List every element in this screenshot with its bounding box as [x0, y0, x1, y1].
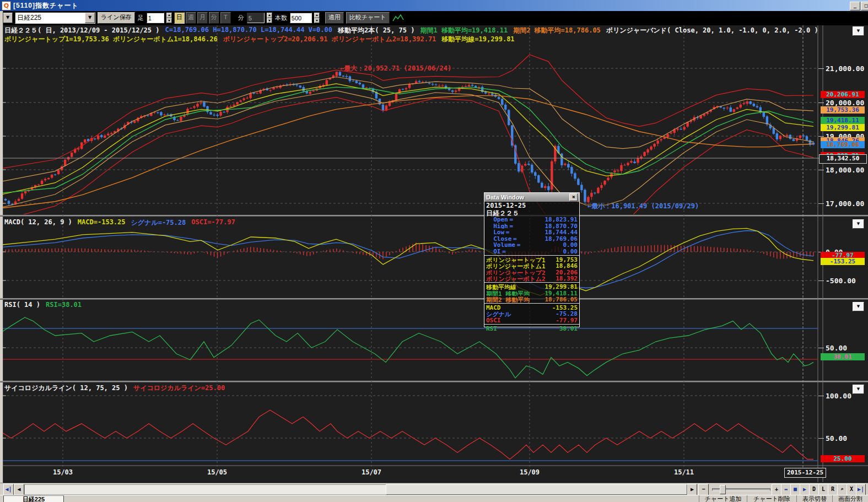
data-window-cell: =	[508, 223, 515, 229]
xaxis-label: 15/11	[674, 468, 694, 476]
data-window-cell: High	[486, 223, 508, 229]
data-window-cell: MACD	[486, 304, 501, 311]
data-window-cell: ボリンジャーボトム2	[486, 275, 546, 282]
header-segment: シグナル=-75.28	[131, 218, 186, 228]
data-window-cell: 18,744.44	[544, 229, 578, 235]
data-window-titlebar[interactable]: Data Window ×	[484, 193, 579, 202]
xaxis-label: 15/07	[362, 468, 381, 476]
data-window-cell: Open	[486, 216, 508, 223]
data-window-cell	[497, 325, 504, 332]
data-window-row: Low=18,744.44	[484, 229, 579, 235]
tick-label: -500.00	[826, 277, 856, 285]
data-window-cell: =	[504, 229, 511, 235]
tick-label: 18,000.00	[826, 166, 864, 174]
header-segment: 期間2 移動平均=18,786.05	[513, 26, 601, 35]
data-window-row: 期間2 移動平均18,786.05	[484, 296, 579, 303]
data-window-cell: 18,786.05	[544, 296, 578, 303]
data-window-cell	[501, 317, 508, 323]
data-window-cell	[530, 290, 536, 296]
xaxis-label: 15/09	[520, 468, 540, 476]
max-price-annotation: ←最大：20,952.71 (2015/06/24)	[340, 64, 451, 73]
data-window-separator	[484, 303, 579, 304]
main-price-badge: 19,418.11	[821, 117, 865, 124]
app-window: Q [5110]指数チャート _ □ ▼ 日経225 ▼ ライン保存 足 日週月…	[0, 0, 868, 502]
data-window-cell: 18,846	[556, 262, 578, 269]
data-window-cell: ボリンジャートップ1	[486, 256, 546, 263]
data-window-row: MACD-153.25	[484, 304, 579, 311]
header-segment: ボリンジャートップ1=19,753.36 ボリンジャーボトム1=18,846.2…	[4, 35, 218, 44]
data-window-cell: 18,769.06	[544, 235, 578, 242]
data-window-cell	[501, 304, 508, 311]
data-window-cell: 20,206	[556, 269, 578, 276]
data-window[interactable]: Data Window × 2015-12-25 日経２２５ Open=18,8…	[484, 192, 580, 327]
data-window-cell: -75.28	[556, 310, 578, 317]
data-window-cell: OSCI	[486, 317, 501, 323]
header-segment: C=18,769.06 H=18,870.70 L=18,744.44 V=0.…	[165, 26, 332, 35]
data-window-row: ボリンジャートップ220,206	[484, 269, 579, 276]
header-segment: ボリンジャーバンド( Close, 20, 1.0, -1.0, 0, 2.0,…	[606, 26, 818, 35]
data-window-row: ボリンジャーボトム218,392	[484, 275, 579, 282]
data-window-cell	[530, 296, 536, 303]
data-window-row: ボリンジャーボトム118,846	[484, 262, 579, 269]
data-window-symbol: 日経２２５	[484, 209, 579, 216]
data-window-separator	[484, 324, 579, 325]
psych-axis-tick: 50.00	[818, 434, 847, 442]
data-window-cell: Close	[486, 235, 511, 242]
data-window-cell: 18,392	[556, 275, 578, 282]
data-window-separator	[484, 255, 579, 256]
data-window-cell: =	[511, 235, 518, 242]
axis-scale-dropdown-icon[interactable]: ▼	[853, 219, 864, 229]
data-window-cell: 移動平均線	[486, 283, 516, 290]
header-segment: RSI=38.01	[46, 301, 82, 309]
main-chart-header-2: ボリンジャートップ1=19,753.36 ボリンジャーボトム1=18,846.2…	[4, 35, 515, 44]
data-window-cell	[511, 310, 517, 317]
main-price-badge: 19,753.36	[821, 106, 865, 114]
header-segment: RSI( 14 )	[4, 301, 40, 309]
rsi-price-badge: 38.01	[821, 353, 865, 360]
data-window-row: OI=0.00	[484, 248, 579, 255]
tick-label: 50.00	[826, 434, 847, 442]
min-price-annotation: ←最小：16,901.49 (2015/09/29)	[587, 202, 699, 211]
axis-scale-dropdown-icon[interactable]: ▼	[853, 302, 864, 311]
data-window-row: Volume=0.00	[484, 241, 579, 248]
main-chart-header: 日経２２５( 日, 2013/12/09 - 2015/12/25 )C=18,…	[4, 26, 818, 35]
main-axis-tick: 21,000.00	[818, 64, 864, 73]
axis-scale-dropdown-icon[interactable]: ▼	[853, 26, 864, 36]
data-window-cell: -77.97	[556, 317, 578, 323]
data-window-row: High=18,870.70	[484, 223, 579, 229]
main-price-badge: 20,206.91	[821, 91, 865, 98]
tick-label: 50.00	[826, 344, 847, 352]
data-window-cell: 18,823.91	[544, 216, 578, 223]
tick-label: 100.00	[826, 392, 851, 400]
data-window-row: ボリンジャートップ119,753	[484, 256, 579, 263]
data-window-cell: ボリンジャートップ2	[486, 269, 546, 276]
data-window-cell: =	[508, 216, 515, 223]
data-window-row: シグナル-75.28	[484, 310, 579, 317]
main-price-badge: 18,769.06	[821, 141, 865, 148]
data-window-cell: -153.25	[552, 304, 578, 311]
price-overlay-lines	[0, 55, 813, 239]
data-window-cell: ボリンジャーボトム1	[486, 262, 546, 269]
axis-scale-dropdown-icon[interactable]: ▼	[853, 385, 864, 394]
psych-header: サイコロジカルライン( 12, 75, 25 )サイコロジカルライン=25.00	[4, 384, 225, 393]
header-segment: サイコロジカルライン( 12, 75, 25 )	[4, 384, 128, 393]
macd-axis-tick: -500.00	[818, 277, 856, 285]
psychological-line	[0, 410, 813, 459]
data-window-cell: Volume	[486, 241, 515, 248]
header-segment: 移動平均線=19,299.81	[441, 35, 514, 44]
tick-label: 21,000.00	[826, 64, 864, 73]
main-axis-tick: 20,000.00	[818, 99, 864, 107]
header-segment: 移動平均2本( 25, 75 )	[338, 26, 414, 35]
data-window-title: Data Window	[486, 194, 524, 201]
psych-price-badge: 25.00	[821, 455, 865, 462]
data-window-cell: OI	[486, 248, 501, 255]
psych-axis-tick: 100.00	[818, 392, 851, 400]
crosshair-date-label: 2015-12-25	[784, 468, 826, 478]
close-icon[interactable]: ×	[569, 193, 578, 201]
data-window-cell	[546, 262, 552, 269]
macd-price-badge: -153.25	[821, 258, 865, 265]
data-window-cell: 期間1 移動平均	[486, 290, 530, 296]
data-window-cell: 18,870.70	[544, 223, 578, 229]
main-price-badge: 19,299.81	[821, 124, 865, 131]
data-window-cell	[546, 275, 552, 282]
